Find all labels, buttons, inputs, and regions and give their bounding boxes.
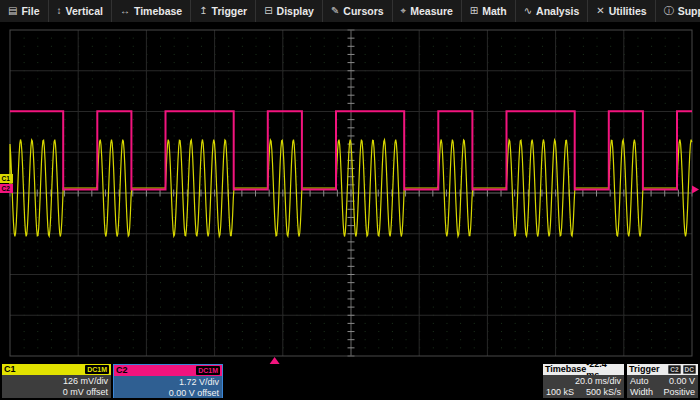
waveform-display: C1C2: [0, 0, 700, 368]
utilities-icon: ✕: [596, 6, 604, 16]
channel-c1-label: C1: [4, 364, 16, 375]
timebase-title: Timebase: [545, 364, 586, 375]
trigger-slope: Positive: [663, 387, 695, 398]
channel-c2-coupling-badge: DC1M: [196, 366, 220, 375]
channel-c1-vdiv: 126 mV/div: [5, 376, 108, 387]
display-icon: ⊟: [264, 6, 272, 16]
measure-icon: ⌖: [401, 6, 407, 16]
analysis-icon: ∿: [524, 6, 532, 16]
c2-zero-marker[interactable]: C2: [0, 184, 13, 193]
c1-zero-marker[interactable]: C1: [0, 174, 13, 183]
trigger-coupling-badge: DC: [683, 365, 696, 374]
trigger-title: Trigger: [629, 364, 660, 375]
timebase-settings: 20.0 ms/div 100 kS 500 kS/s: [543, 375, 624, 398]
channel-c1-header: C1 DC1M: [2, 364, 111, 375]
support-icon: ⓘ: [664, 6, 674, 16]
trigger-icon: ↥: [199, 6, 207, 16]
menu-item-measure[interactable]: ⌖Measure: [393, 0, 462, 22]
cursors-icon: ✎: [331, 6, 339, 16]
channel-c1-coupling-badge: DC1M: [85, 365, 109, 374]
vertical-icon: ↕: [57, 6, 62, 16]
math-icon: ⊞: [470, 6, 478, 16]
channel-c1-settings: 126 mV/div 0 mV offset: [2, 375, 111, 398]
status-bar: C1 DC1M 126 mV/div 0 mV offset C2 DC1M 1…: [0, 362, 700, 400]
menu-item-cursors[interactable]: ✎Cursors: [323, 0, 393, 22]
trigger-source-badge: C2: [668, 365, 680, 374]
svg-text:C2: C2: [2, 185, 11, 192]
menu-item-file[interactable]: ▤File: [0, 0, 49, 22]
menu-item-support[interactable]: ⓘSupport: [656, 0, 700, 22]
menu-item-utilities[interactable]: ✕Utilities: [588, 0, 655, 22]
trigger-mode: Auto: [630, 376, 649, 387]
trigger-type: Width: [630, 387, 653, 398]
channel-c2-label: C2: [116, 365, 128, 376]
timebase-rate: 500 kS/s: [586, 387, 621, 398]
timebase-tdiv: 20.0 ms/div: [546, 376, 621, 387]
trigger-badges: C2 DC: [668, 365, 696, 374]
channel-c1-offset: 0 mV offset: [5, 387, 108, 398]
menu-bar: ▤File ↕Vertical ↔Timebase ↥Trigger ⊟Disp…: [0, 0, 700, 23]
channel-descriptor-c2[interactable]: C2 DC1M 1.72 V/div 0.00 V offset: [113, 364, 223, 398]
menu-item-timebase[interactable]: ↔Timebase: [112, 0, 191, 22]
svg-text:C1: C1: [2, 175, 11, 182]
channel-c2-settings: 1.72 V/div 0.00 V offset: [114, 376, 222, 398]
channel-descriptor-c1[interactable]: C1 DC1M 126 mV/div 0 mV offset: [2, 364, 111, 398]
file-icon: ▤: [8, 6, 17, 16]
menu-item-trigger[interactable]: ↥Trigger: [191, 0, 256, 22]
trigger-level: 0.00 V: [669, 376, 695, 387]
menu-item-vertical[interactable]: ↕Vertical: [49, 0, 112, 22]
channel-c2-header: C2 DC1M: [114, 365, 222, 376]
channel-c2-offset: 0.00 V offset: [117, 388, 219, 399]
timebase-samples: 100 kS: [546, 387, 574, 398]
timebase-icon: ↔: [120, 6, 130, 16]
timebase-header: Timebase -22.4 ms: [543, 364, 624, 375]
menu-item-math[interactable]: ⊞Math: [462, 0, 516, 22]
menu-item-display[interactable]: ⊟Display: [256, 0, 323, 22]
trigger-settings: Auto 0.00 V Width Positive: [627, 375, 698, 398]
trigger-header: Trigger C2 DC: [627, 364, 698, 375]
trigger-level-marker[interactable]: [692, 186, 699, 194]
graticule: [10, 30, 692, 356]
channel-c2-vdiv: 1.72 V/div: [117, 377, 219, 388]
menu-item-analysis[interactable]: ∿Analysis: [516, 0, 589, 22]
timebase-descriptor[interactable]: Timebase -22.4 ms 20.0 ms/div 100 kS 500…: [543, 364, 624, 398]
trigger-descriptor[interactable]: Trigger C2 DC Auto 0.00 V Width Positive: [627, 364, 698, 398]
